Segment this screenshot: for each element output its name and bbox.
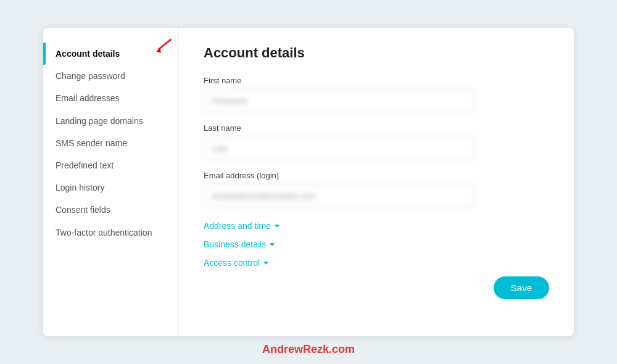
email-group: Email address (login) xyxy=(204,171,549,207)
chevron-down-icon xyxy=(270,243,275,246)
save-button[interactable]: Save xyxy=(494,276,549,299)
last-name-input[interactable] xyxy=(204,136,475,160)
page-title: Account details xyxy=(204,45,549,61)
last-name-label: Last name xyxy=(204,123,549,133)
address-time-collapse[interactable]: Address and time xyxy=(204,221,549,231)
watermark: AndrewRezk.com xyxy=(262,343,355,356)
sidebar: Account details Change password Email ad… xyxy=(43,28,179,336)
sidebar-item-two-factor-auth[interactable]: Two-factor authentication xyxy=(43,221,178,244)
sidebar-item-account-details[interactable]: Account details xyxy=(43,43,178,65)
sidebar-item-change-password[interactable]: Change password xyxy=(43,65,178,87)
sidebar-item-login-history[interactable]: Login history xyxy=(43,176,178,199)
last-name-group: Last name xyxy=(204,123,549,160)
first-name-label: First name xyxy=(204,76,549,85)
business-details-collapse[interactable]: Business details xyxy=(204,239,549,249)
sidebar-item-sms-sender-name[interactable]: SMS sender name xyxy=(43,132,178,154)
sidebar-item-predefined-text[interactable]: Predefined text xyxy=(43,154,178,176)
email-input[interactable] xyxy=(204,184,475,207)
first-name-input[interactable] xyxy=(204,89,475,112)
first-name-group: First name xyxy=(204,76,549,112)
collapsible-sections: Address and time Business details Access… xyxy=(204,221,549,268)
chevron-down-icon xyxy=(275,225,280,228)
email-label: Email address (login) xyxy=(204,171,549,180)
chevron-down-icon xyxy=(263,262,268,265)
sidebar-item-email-addresses[interactable]: Email addresses xyxy=(43,87,178,109)
sidebar-item-landing-page-domains[interactable]: Landing page domains xyxy=(43,110,178,132)
main-content: Account details First name Last name Ema… xyxy=(179,28,574,336)
sidebar-item-consent-fields[interactable]: Consent fields xyxy=(43,199,178,221)
access-control-collapse[interactable]: Access control xyxy=(204,258,549,268)
